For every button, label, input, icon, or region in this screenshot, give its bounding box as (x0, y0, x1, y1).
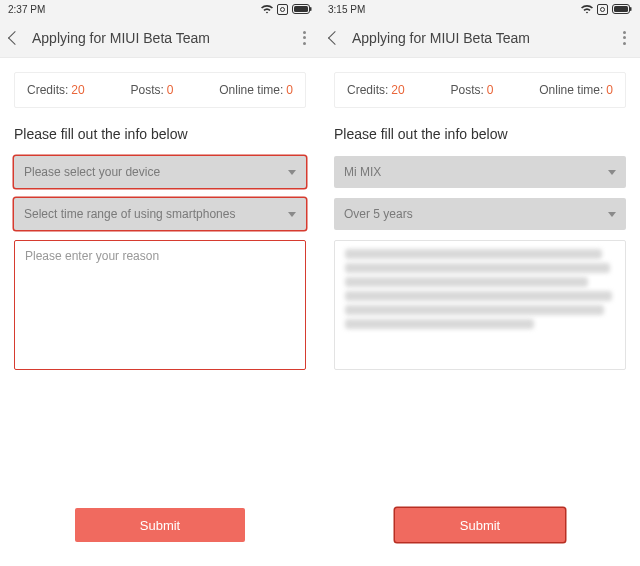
chevron-down-icon (288, 170, 296, 175)
chevron-down-icon (288, 212, 296, 217)
svg-point-6 (601, 7, 605, 11)
status-time: 3:15 PM (328, 4, 365, 15)
chevron-down-icon (608, 212, 616, 217)
status-time: 2:37 PM (8, 4, 45, 15)
reason-textarea[interactable]: Please enter your reason (14, 240, 306, 370)
time-range-select-value: Select time range of using smartphones (24, 207, 235, 221)
svg-rect-9 (630, 7, 632, 11)
back-icon[interactable] (328, 30, 342, 44)
content-area: Credits:20 Posts:0 Online time:0 Please … (0, 58, 320, 566)
status-bar: 2:37 PM (0, 0, 320, 18)
submit-button[interactable]: Submit (395, 508, 565, 542)
title-bar: Applying for MIUI Beta Team (0, 18, 320, 58)
phone-right: 3:15 PM Applying for MIUI Beta Team Cred… (320, 0, 640, 566)
svg-rect-5 (598, 4, 608, 14)
form-prompt: Please fill out the info below (14, 126, 306, 142)
time-range-select[interactable]: Select time range of using smartphones (14, 198, 306, 230)
rotate-lock-icon (277, 4, 288, 15)
posts-stat: Posts:0 (450, 83, 493, 97)
back-icon[interactable] (8, 30, 22, 44)
credits-stat: Credits:20 (347, 83, 405, 97)
more-icon[interactable] (619, 27, 630, 49)
status-bar: 3:15 PM (320, 0, 640, 18)
chevron-down-icon (608, 170, 616, 175)
device-select[interactable]: Mi MIX (334, 156, 626, 188)
reason-placeholder: Please enter your reason (25, 249, 159, 263)
stats-bar: Credits:20 Posts:0 Online time:0 (14, 72, 306, 108)
status-icons (261, 4, 312, 15)
svg-point-1 (281, 7, 285, 11)
device-select-value: Mi MIX (344, 165, 381, 179)
device-select[interactable]: Please select your device (14, 156, 306, 188)
submit-wrap: Submit (334, 508, 626, 566)
page-title: Applying for MIUI Beta Team (32, 30, 287, 46)
online-stat: Online time:0 (539, 83, 613, 97)
wifi-icon (261, 5, 273, 14)
content-area: Credits:20 Posts:0 Online time:0 Please … (320, 58, 640, 566)
more-icon[interactable] (299, 27, 310, 49)
svg-rect-8 (614, 6, 628, 12)
battery-icon (292, 4, 312, 14)
device-select-value: Please select your device (24, 165, 160, 179)
submit-button[interactable]: Submit (75, 508, 245, 542)
credits-stat: Credits:20 (27, 83, 85, 97)
submit-wrap: Submit (14, 508, 306, 566)
wifi-icon (581, 5, 593, 14)
status-icons (581, 4, 632, 15)
blurred-text (345, 249, 615, 329)
reason-textarea[interactable] (334, 240, 626, 370)
form-prompt: Please fill out the info below (334, 126, 626, 142)
time-range-select[interactable]: Over 5 years (334, 198, 626, 230)
stats-bar: Credits:20 Posts:0 Online time:0 (334, 72, 626, 108)
title-bar: Applying for MIUI Beta Team (320, 18, 640, 58)
svg-rect-4 (310, 7, 312, 11)
page-title: Applying for MIUI Beta Team (352, 30, 607, 46)
svg-rect-3 (294, 6, 308, 12)
svg-rect-0 (278, 4, 288, 14)
phone-left: 2:37 PM Applying for MIUI Beta Team Cred… (0, 0, 320, 566)
online-stat: Online time:0 (219, 83, 293, 97)
battery-icon (612, 4, 632, 14)
rotate-lock-icon (597, 4, 608, 15)
time-range-select-value: Over 5 years (344, 207, 413, 221)
posts-stat: Posts:0 (130, 83, 173, 97)
